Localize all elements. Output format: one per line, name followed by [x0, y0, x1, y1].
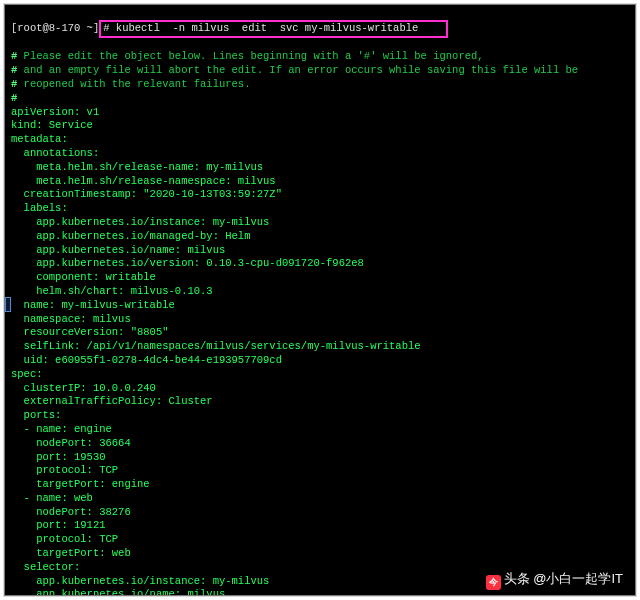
comment-line-1: Please edit the object below. Lines begi…	[17, 50, 483, 62]
terminal-cursor	[5, 297, 11, 312]
yaml-annotations: annotations:	[11, 147, 99, 159]
yaml-name: name: my-milvus-writable	[11, 299, 175, 311]
yaml-port2-port: port: 19121	[11, 519, 106, 531]
yaml-resourceversion: resourceVersion: "8805"	[11, 326, 169, 338]
yaml-port1-nodeport: nodePort: 36664	[11, 437, 131, 449]
yaml-apiversion: apiVersion: v1	[11, 106, 99, 118]
yaml-port2-nodeport: nodePort: 38276	[11, 506, 131, 518]
yaml-selflink: selfLink: /api/v1/namespaces/milvus/serv…	[11, 340, 421, 352]
yaml-labels: labels:	[11, 202, 68, 214]
yaml-selector-instance: app.kubernetes.io/instance: my-milvus	[11, 575, 269, 587]
yaml-label-managedby: app.kubernetes.io/managed-by: Helm	[11, 230, 250, 242]
yaml-port1-name: - name: engine	[11, 423, 112, 435]
comment-hash-4: #	[11, 92, 17, 104]
yaml-clusterip: clusterIP: 10.0.0.240	[11, 382, 156, 394]
command-text: kubectl -n milvus edit svc my-milvus-wri…	[110, 22, 444, 34]
yaml-port2-name: - name: web	[11, 492, 93, 504]
watermark-user: 小白一起学IT	[546, 571, 623, 586]
prompt-user-host: [root@8-170 ~]	[11, 22, 99, 34]
yaml-ports: ports:	[11, 409, 61, 421]
yaml-selector-name: app.kubernetes.io/name: milvus	[11, 588, 225, 596]
yaml-port1-port: port: 19530	[11, 451, 106, 463]
watermark-brand: 头条	[504, 571, 530, 586]
yaml-uid: uid: e60955f1-0278-4dc4-be44-e193957709c…	[11, 354, 282, 366]
yaml-port1-targetport: targetPort: engine	[11, 478, 150, 490]
terminal-window: [root@8-170 ~]# kubectl -n milvus edit s…	[4, 4, 636, 596]
terminal-content[interactable]: [root@8-170 ~]# kubectl -n milvus edit s…	[5, 5, 635, 596]
yaml-label-instance: app.kubernetes.io/instance: my-milvus	[11, 216, 269, 228]
yaml-namespace: namespace: milvus	[11, 313, 131, 325]
yaml-port2-protocol: protocol: TCP	[11, 533, 118, 545]
watermark-at: @	[533, 571, 546, 586]
yaml-spec: spec:	[11, 368, 43, 380]
comment-line-2: and an empty file will abort the edit. I…	[17, 64, 578, 76]
yaml-release-name: meta.helm.sh/release-name: my-milvus	[11, 161, 263, 173]
yaml-creationtimestamp: creationTimestamp: "2020-10-13T03:59:27Z…	[11, 188, 282, 200]
yaml-selector: selector:	[11, 561, 80, 573]
yaml-release-namespace: meta.helm.sh/release-namespace: milvus	[11, 175, 276, 187]
watermark: 今头条 @小白一起学IT	[486, 570, 623, 590]
yaml-externaltrafficpolicy: externalTrafficPolicy: Cluster	[11, 395, 213, 407]
yaml-label-chart: helm.sh/chart: milvus-0.10.3	[11, 285, 213, 297]
yaml-label-name: app.kubernetes.io/name: milvus	[11, 244, 225, 256]
comment-line-3: reopened with the relevant failures.	[17, 78, 250, 90]
command-highlight-box: # kubectl -n milvus edit svc my-milvus-w…	[99, 20, 447, 38]
yaml-label-component: component: writable	[11, 271, 156, 283]
watermark-logo-icon: 今	[486, 575, 501, 590]
yaml-metadata: metadata:	[11, 133, 68, 145]
yaml-port1-protocol: protocol: TCP	[11, 464, 118, 476]
yaml-label-version: app.kubernetes.io/version: 0.10.3-cpu-d0…	[11, 257, 364, 269]
yaml-kind: kind: Service	[11, 119, 93, 131]
yaml-port2-targetport: targetPort: web	[11, 547, 131, 559]
